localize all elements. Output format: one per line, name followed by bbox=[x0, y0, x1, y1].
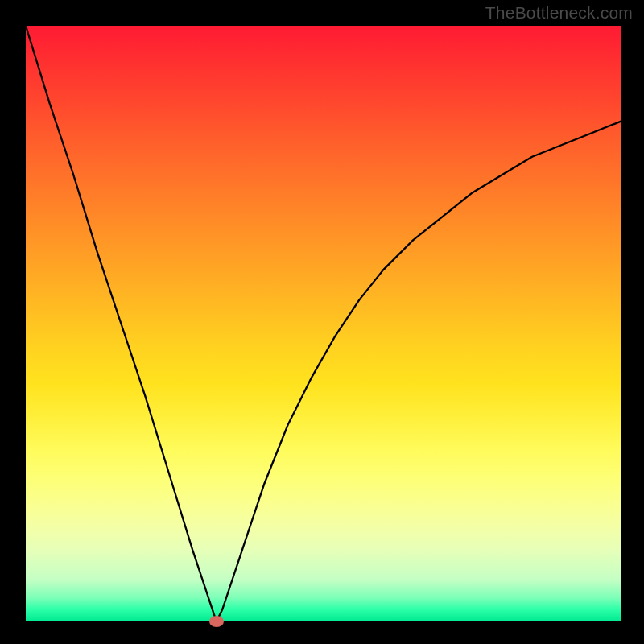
chart-plot-area bbox=[26, 26, 621, 621]
vertex-marker bbox=[209, 616, 224, 627]
bottleneck-curve bbox=[26, 26, 621, 621]
watermark-text: TheBottleneck.com bbox=[485, 3, 633, 23]
